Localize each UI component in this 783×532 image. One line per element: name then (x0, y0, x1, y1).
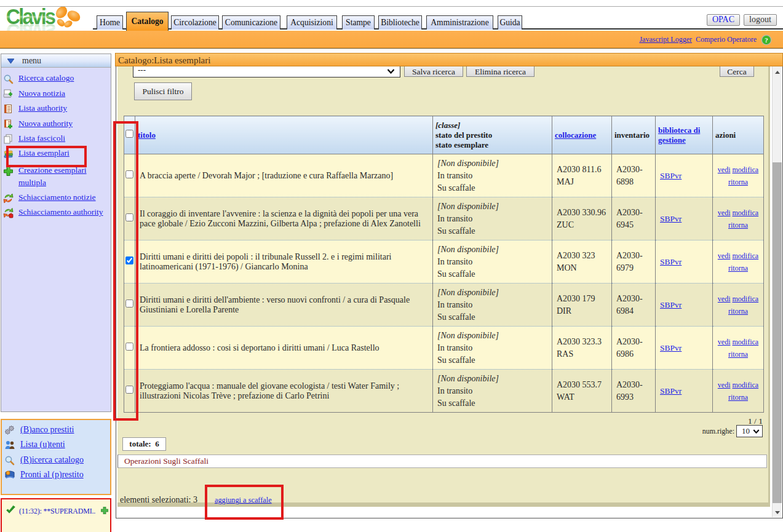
svg-text:?: ? (765, 36, 768, 44)
